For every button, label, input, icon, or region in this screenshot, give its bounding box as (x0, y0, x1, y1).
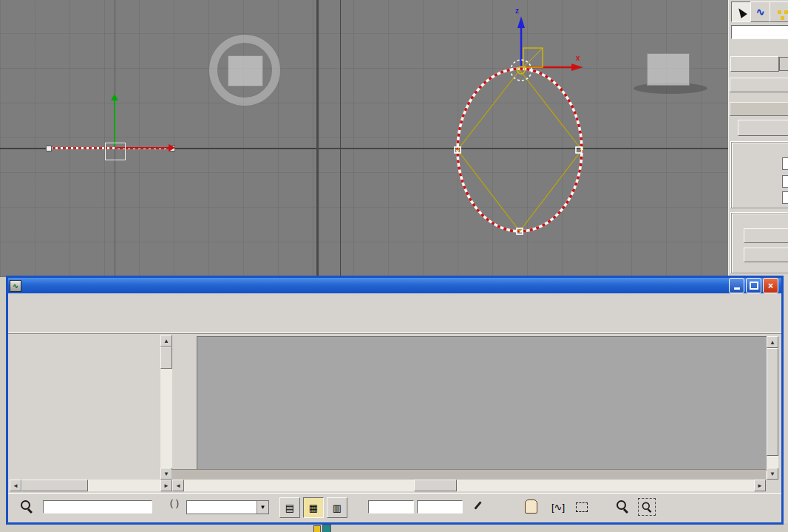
edit-ranges-icon: ▥ (333, 502, 342, 514)
key-time-field[interactable] (368, 500, 414, 514)
stats-pen-icon (474, 501, 481, 509)
scroll-left-arrow-icon[interactable]: ◄ (10, 480, 21, 491)
scroll-down-arrow-icon[interactable]: ▼ (160, 468, 172, 480)
parameters-button[interactable] (730, 78, 788, 92)
edit-curves-icon: ▦ (309, 502, 318, 514)
close-button[interactable]: × (763, 278, 778, 293)
y-axis-line (114, 100, 115, 146)
viewport-top[interactable] (0, 0, 316, 277)
scroll-up-arrow-icon[interactable]: ▲ (160, 335, 172, 347)
screen: z x ∿ (0, 0, 788, 532)
viewcube-top-face[interactable] (228, 55, 263, 86)
zoom-region-icon (642, 502, 652, 512)
sample-range-group (731, 142, 788, 208)
combo-value[interactable] (187, 501, 257, 514)
select-object-button[interactable] (731, 1, 751, 22)
sub-object-button[interactable] (730, 56, 779, 72)
track-selection-combo[interactable]: ▼ (186, 500, 269, 514)
x-axis-label: x (576, 54, 580, 62)
edit-keys-mode-button[interactable]: ▤ (279, 497, 300, 518)
trajectories-rollout[interactable] (730, 102, 788, 116)
selection-bracket (105, 143, 126, 160)
listener-icon[interactable] (322, 525, 331, 532)
pan-hand-icon[interactable] (525, 499, 537, 514)
chart-horizontal-scrollbar[interactable]: ◄ ► (172, 480, 766, 491)
track-name-field[interactable] (43, 500, 152, 514)
schematic-view-icon (778, 10, 781, 14)
z-axis-arrow-icon (517, 16, 525, 28)
track-hierarchy-tree (10, 335, 160, 480)
samples-field[interactable] (782, 191, 788, 204)
scroll-right-arrow-icon[interactable]: ► (160, 480, 172, 491)
zoom-selected-icon[interactable] (20, 499, 33, 513)
trajectory-key[interactable] (46, 146, 52, 151)
select-by-name-icon[interactable]: ( ) (166, 498, 183, 514)
viewport-front[interactable]: z x (319, 0, 728, 277)
zoom-icon[interactable] (616, 499, 629, 513)
scrollbar-thumb[interactable] (21, 480, 88, 491)
title-bar[interactable]: ∿ × (8, 278, 781, 293)
x-axis-arrow-icon (169, 144, 175, 151)
maximize-icon (750, 282, 758, 290)
time-ruler[interactable] (171, 469, 766, 480)
end-time-field[interactable] (782, 175, 788, 188)
curve-editor-button[interactable]: ∿ (750, 1, 770, 22)
zoom-region-button[interactable] (638, 498, 656, 516)
zoom-horizontal-extents-button[interactable]: [∿] (548, 497, 568, 516)
zoom-value-icon (576, 502, 588, 512)
track-view-icon: ∿ (10, 280, 21, 292)
zoom-horizontal-icon: [∿] (551, 502, 565, 513)
front-gizmo-svg: z x (319, 0, 728, 277)
convert-from-button[interactable] (744, 248, 788, 262)
tv-footer-toolbar: ( ) ▼ ▤ ▦ ▥ [∿] (8, 493, 781, 522)
arrow-cursor-icon (736, 6, 747, 18)
start-time-field[interactable] (782, 157, 788, 170)
delete-key-button[interactable] (738, 120, 788, 136)
scroll-up-arrow-icon[interactable]: ▲ (767, 336, 778, 348)
z-axis-label: z (515, 7, 519, 15)
maximize-button[interactable] (746, 278, 761, 293)
edit-curves-mode-button[interactable]: ▦ (303, 497, 324, 518)
y-axis-arrow-icon (111, 94, 118, 100)
convert-to-button[interactable] (744, 228, 788, 243)
minimize-icon (734, 287, 740, 290)
chevron-down-icon[interactable]: ▼ (257, 501, 268, 514)
key-stats (477, 501, 483, 510)
key-value-field[interactable] (417, 500, 463, 514)
scrollbar-thumb[interactable] (414, 480, 457, 491)
edit-ranges-mode-button[interactable]: ▥ (327, 497, 347, 518)
schematic-view-button[interactable] (770, 1, 788, 22)
zoom-value-extents-button[interactable] (572, 497, 591, 516)
scrollbar-thumb[interactable] (160, 347, 172, 369)
chart-vertical-scrollbar[interactable]: ▲ ▼ (767, 336, 778, 480)
edit-keys-icon: ▤ (285, 502, 294, 514)
viewcube-front-face[interactable] (647, 53, 690, 86)
scroll-left-arrow-icon[interactable]: ◄ (172, 480, 184, 491)
minimize-button[interactable] (729, 278, 744, 293)
x-axis-arrow-icon (571, 64, 583, 71)
maxscript-icon[interactable] (313, 525, 321, 532)
curve-canvas[interactable] (197, 336, 767, 471)
object-name-field[interactable] (731, 25, 788, 39)
tree-vertical-scrollbar[interactable]: ▲ ▼ (160, 335, 172, 480)
viewcube-top[interactable] (209, 35, 280, 106)
gizmo-plane-diagonal (523, 48, 543, 67)
viewcube-front[interactable] (629, 50, 710, 96)
tv-toolbar (8, 306, 781, 334)
sub-object-level-combo[interactable] (779, 57, 788, 71)
track-view-window: ∿ × ▲ ▼ ▲ ▼ (6, 276, 784, 525)
curve-editor-icon: ∿ (756, 6, 765, 18)
scroll-down-arrow-icon[interactable]: ▼ (767, 468, 778, 480)
menu-bar (8, 293, 781, 307)
close-icon: × (768, 281, 773, 291)
scroll-right-arrow-icon[interactable]: ► (754, 480, 766, 491)
tree-horizontal-scrollbar[interactable]: ◄ ► (10, 480, 172, 491)
scrollbar-thumb[interactable] (767, 348, 778, 456)
spline-conversion-group (731, 213, 788, 273)
